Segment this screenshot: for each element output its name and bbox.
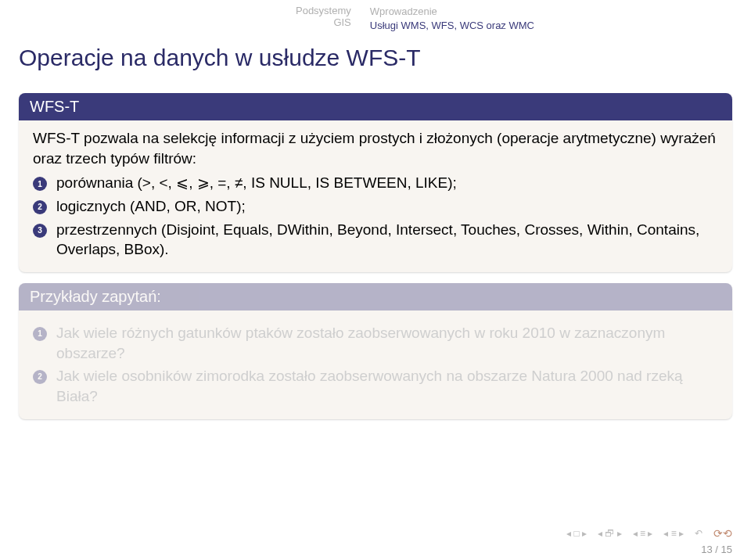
bullet-icon: 1	[33, 327, 47, 341]
block-wfst: WFS-T WFS-T pozwala na selekcję informac…	[19, 93, 732, 272]
page-title: Operacje na danych w usłudze WFS-T	[0, 38, 751, 88]
block-wfst-title: WFS-T	[19, 93, 732, 120]
nav-controls: ◂ □ ▸ ◂ 🗗 ▸ ◂ ≡ ▸ ◂ ≡ ▸ ↶ ⟳⟲	[566, 527, 732, 540]
bullet-icon: 2	[33, 200, 47, 214]
list-item: 2 logicznych (AND, OR, NOT);	[33, 195, 718, 218]
nav-left-2: GIS	[0, 16, 351, 28]
next-step-icon[interactable]: ◂ ≡ ▸	[663, 528, 684, 539]
prev-slide-icon[interactable]: ◂ 🗗 ▸	[598, 528, 622, 539]
page-number: 13 / 15	[701, 544, 732, 555]
nav-left-1: Podsystemy	[0, 5, 351, 16]
first-slide-icon[interactable]: ◂ □ ▸	[566, 528, 587, 539]
list-item-text: Jak wiele różnych gatunków ptaków został…	[56, 325, 665, 361]
list-item-text: przestrzennych (Disjoint, Equals, DWithi…	[56, 221, 699, 258]
list-item: 1 Jak wiele różnych gatunków ptaków zost…	[33, 321, 718, 364]
nav-right-1: Wprowadzenie	[370, 5, 751, 19]
list-item-text: logicznych (AND, OR, NOT);	[56, 198, 246, 214]
list-item: 3 przestrzennych (Disjoint, Equals, DWit…	[33, 218, 718, 261]
reload-icon[interactable]: ⟳⟲	[713, 527, 732, 540]
list-item-text: porównania (>, <, ⩽, ⩾, =, ≠, IS NULL, I…	[56, 174, 457, 191]
bullet-icon: 1	[33, 177, 47, 191]
nav-right-2: Usługi WMS, WFS, WCS oraz WMC	[370, 19, 751, 33]
bullet-icon: 2	[33, 370, 47, 384]
block-examples: Przykłady zapytań: 1 Jak wiele różnych g…	[19, 283, 732, 419]
list-item: 1 porównania (>, <, ⩽, ⩾, =, ≠, IS NULL,…	[33, 171, 718, 195]
prev-step-icon[interactable]: ◂ ≡ ▸	[633, 528, 653, 539]
block-examples-title: Przykłady zapytań:	[19, 283, 732, 311]
block-examples-body: 1 Jak wiele różnych gatunków ptaków zost…	[19, 311, 732, 419]
breadcrumb: Podsystemy GIS Wprowadzenie Usługi WMS, …	[0, 0, 751, 38]
list-item: 2 Jak wiele osobników zimorodka zostało …	[33, 364, 718, 407]
bullet-icon: 3	[33, 224, 47, 238]
back-icon[interactable]: ↶	[695, 528, 702, 539]
block-wfst-body: WFS-T pozwala na selekcję informacji z u…	[19, 120, 732, 272]
list-item-text: Jak wiele osobników zimorodka zostało za…	[56, 368, 683, 404]
block-wfst-intro: WFS-T pozwala na selekcję informacji z u…	[33, 128, 718, 168]
